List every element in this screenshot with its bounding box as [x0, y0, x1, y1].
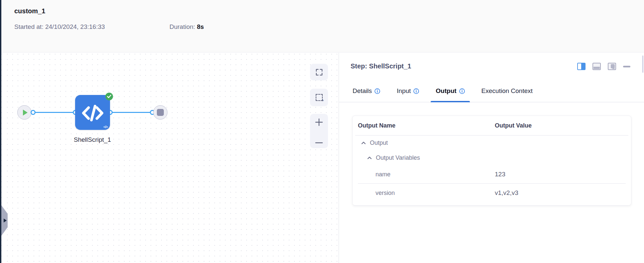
step-node-label: ShellScript_1	[57, 136, 127, 143]
marquee-select-button[interactable]: +	[310, 89, 328, 106]
connector-dot[interactable]	[31, 110, 36, 115]
fullscreen-icon	[315, 68, 323, 76]
end-node[interactable]	[153, 105, 167, 120]
output-table-card: Output Name Output Value Output Output V…	[352, 116, 631, 206]
row-name: Output Variables	[376, 154, 420, 161]
pipeline-run-title: custom_1	[14, 7, 45, 15]
edge-start-to-step	[33, 112, 75, 113]
bottom-panel-icon[interactable]	[592, 63, 601, 70]
tab-input[interactable]: Input	[392, 80, 424, 102]
info-icon[interactable]	[459, 88, 465, 94]
start-node[interactable]	[17, 105, 32, 120]
duration-label: Duration:	[169, 23, 195, 30]
row-name: name	[376, 171, 390, 178]
expand-arrow-icon	[3, 218, 7, 223]
fit-to-screen-button[interactable]	[310, 64, 328, 80]
tab-label: Input	[397, 87, 411, 95]
tab-label: Execution Context	[482, 87, 533, 95]
row-name: Output	[370, 139, 388, 146]
table-row: name 123	[353, 165, 631, 183]
marquee-select-icon: +	[316, 94, 323, 101]
info-icon[interactable]	[413, 88, 419, 94]
tab-details[interactable]: Details	[348, 80, 385, 102]
play-icon	[23, 110, 28, 116]
shellscript-step-node[interactable]: </>	[75, 95, 110, 130]
table-body: Output Output Variables name 123 version…	[353, 135, 631, 202]
minimize-icon[interactable]	[623, 66, 630, 67]
row-value: v1,v2,v3	[495, 189, 626, 197]
table-row: Output	[353, 135, 631, 150]
code-icon	[80, 100, 106, 126]
tab-label: Details	[353, 87, 372, 95]
mini-code-icon: </>	[103, 125, 108, 129]
zoom-control	[310, 114, 328, 148]
started-at-value: 24/10/2024, 23:16:33	[45, 23, 105, 30]
edge-step-to-end	[110, 112, 152, 113]
table-header-row: Output Name Output Value	[353, 116, 631, 135]
column-header-output-name: Output Name	[358, 122, 495, 129]
duration-value: 8s	[197, 23, 204, 30]
info-icon[interactable]	[375, 88, 380, 94]
started-at-label: Started at:	[14, 23, 44, 30]
split-view-icon[interactable]	[577, 63, 586, 70]
row-value: 123	[495, 171, 626, 178]
execution-header: custom_1 Started at: 24/10/2024, 23:16:3…	[1, 0, 644, 52]
step-panel-title: Step: ShellScript_1	[351, 62, 411, 70]
right-panel-icon[interactable]	[608, 63, 616, 70]
cursor-plus-icon: +	[322, 98, 324, 102]
success-badge-icon	[105, 93, 113, 100]
left-edge-strip	[0, 0, 1, 263]
workflow-canvas[interactable]: </> ShellScript_1 +	[1, 53, 339, 263]
tab-output[interactable]: Output	[431, 80, 470, 102]
tab-label: Output	[436, 87, 456, 95]
duration-text: Duration: 8s	[169, 23, 204, 31]
stop-icon	[157, 109, 164, 116]
panel-view-controls	[577, 63, 630, 70]
scrollbar-thumb[interactable]	[642, 55, 643, 73]
tab-bar: Details Input Output	[339, 80, 644, 102]
started-at-text: Started at: 24/10/2024, 23:16:33	[14, 23, 105, 31]
zoom-in-button[interactable]	[315, 118, 323, 127]
tab-execution-context[interactable]: Execution Context	[477, 80, 538, 102]
column-header-output-value: Output Value	[495, 122, 626, 129]
step-details-panel: Step: ShellScript_1 Details Input O	[339, 53, 644, 263]
zoom-out-button[interactable]	[315, 141, 323, 144]
table-row: version v1,v2,v3	[353, 184, 631, 202]
table-row: Output Variables	[353, 150, 631, 165]
row-name: version	[376, 190, 395, 197]
chevron-up-icon[interactable]	[361, 141, 366, 144]
chevron-up-icon[interactable]	[367, 156, 372, 159]
